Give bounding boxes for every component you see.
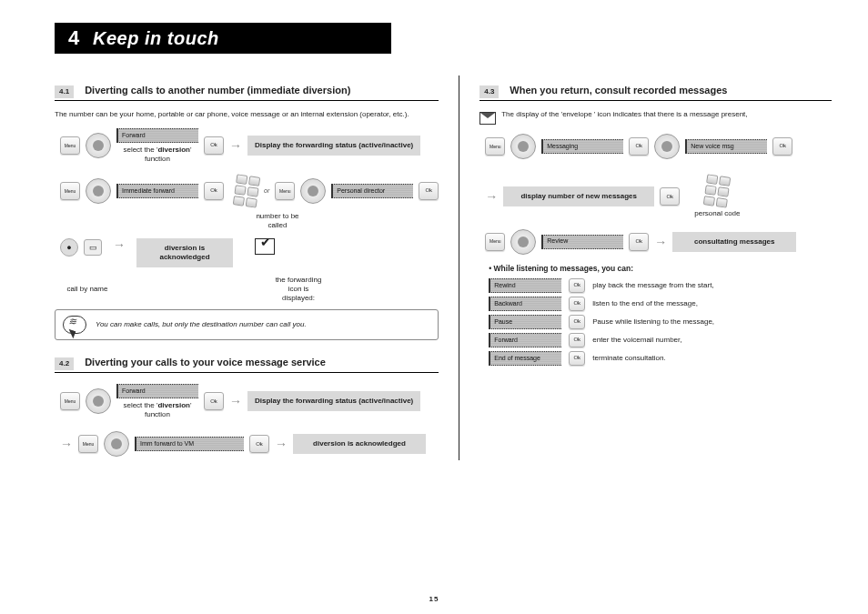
chapter-title: Keep in touch <box>93 28 219 49</box>
tip-text: You can make calls, but only the destina… <box>96 320 307 329</box>
page-number: 15 <box>0 595 868 603</box>
ack-box: diversion is acknowledged <box>136 238 233 267</box>
status-box: Display the forwarding status (active/in… <box>247 391 420 411</box>
ok-button-icon <box>629 233 649 251</box>
ok-button-icon <box>204 392 224 410</box>
speaker-icon: ● <box>60 238 78 257</box>
display-rewind: Rewind <box>489 278 561 293</box>
handset-icon: ▭ <box>84 239 102 256</box>
navigator-icon <box>300 178 326 204</box>
menu-button-icon <box>485 137 505 156</box>
ok-button-icon <box>772 137 792 156</box>
section-number: 4.3 <box>479 86 499 98</box>
menu-button-icon <box>60 136 80 155</box>
arrow-icon: → <box>60 438 73 450</box>
display-imm-fwd-vm: Imm forward to VM <box>135 437 244 451</box>
section-title: Diverting your calls to your voice messa… <box>85 357 326 369</box>
or-label: or <box>264 187 269 196</box>
arrow-icon: → <box>485 190 498 203</box>
msg-text: enter the voicemail number, <box>592 336 681 345</box>
menu-button-icon <box>78 435 98 453</box>
msg-row: Backward listen to the end of the messag… <box>489 297 832 311</box>
display-new-voice-msg: New voice msg <box>685 139 767 154</box>
menu-button-icon <box>60 392 80 410</box>
display-pause: Pause <box>489 315 561 329</box>
display-forward: Forward <box>116 128 198 143</box>
chapter-number: 4 <box>55 26 93 50</box>
caption-call-by-name: call by name <box>60 285 115 294</box>
new-messages-box: display number of new messages <box>503 186 654 206</box>
section-number: 4.2 <box>55 357 74 370</box>
section-41-heading: 4.1 Diverting calls to another number (i… <box>55 85 439 101</box>
caption-number-called: number to be called <box>246 212 309 229</box>
ok-button-icon <box>249 435 269 453</box>
msg-text: play back the message from the start, <box>592 281 713 290</box>
ok-button-icon <box>569 333 585 347</box>
section-42-heading: 4.2 Diverting your calls to your voice m… <box>55 357 439 373</box>
display-forward: Forward <box>489 333 561 347</box>
keypad-icon <box>233 175 260 208</box>
navigator-icon <box>86 133 111 158</box>
ack-box: diversion is acknowledged <box>293 434 426 454</box>
arrow-icon: → <box>229 395 242 408</box>
ok-button-icon <box>569 315 585 329</box>
msg-row: Forward enter the voicemail number, <box>489 333 832 347</box>
menu-button-icon <box>275 182 295 200</box>
ok-button-icon <box>569 297 585 311</box>
display-personal-directory: Personal director <box>331 184 413 198</box>
arrow-icon: → <box>275 438 288 450</box>
section-41-intro: The number can be your home, portable or… <box>55 110 439 119</box>
status-box: Display the forwarding status (active/in… <box>247 136 420 156</box>
keypad-icon <box>703 174 731 207</box>
display-forward: Forward <box>116 384 198 398</box>
caption-fwd-icon: the forwarding icon is displayed: <box>262 276 335 302</box>
navigator-icon <box>510 229 536 255</box>
msg-row: Pause Pause while listening to the messa… <box>489 315 832 329</box>
menu-button-icon <box>485 233 505 251</box>
msg-row: End of message terminate consultation. <box>489 351 832 366</box>
msg-text: listen to the end of the message, <box>592 299 698 308</box>
msg-text: Pause while listening to the message, <box>592 317 714 327</box>
forwarding-flag-icon <box>255 238 275 255</box>
section-title: When you return, consult recorded messag… <box>510 85 727 97</box>
navigator-icon <box>86 178 111 204</box>
arrow-icon: → <box>113 238 126 251</box>
navigator-icon <box>510 134 536 159</box>
section-43-intro: The display of the 'envelope ' icon indi… <box>501 110 832 119</box>
ok-button-icon <box>204 182 224 200</box>
consulting-box: consultating messages <box>672 232 796 252</box>
msg-text: terminate consultation. <box>592 354 666 363</box>
display-immediate-forward: Immediate forward <box>116 184 198 198</box>
tip-box: You can make calls, but only the destina… <box>55 309 439 340</box>
display-review: Review <box>541 235 623 249</box>
display-backward: Backward <box>489 297 561 311</box>
section-43-heading: 4.3 When you return, consult recorded me… <box>479 85 832 101</box>
navigator-icon <box>104 431 129 457</box>
ok-button-icon <box>660 187 680 206</box>
ok-button-icon <box>569 351 585 366</box>
ok-button-icon <box>419 182 439 200</box>
speech-bubble-icon <box>63 316 86 334</box>
section-number: 4.1 <box>55 86 74 98</box>
caption-select-diversion: select the 'diversion' function <box>123 401 191 418</box>
arrow-icon: → <box>229 139 242 152</box>
display-messaging: Messaging <box>541 139 623 154</box>
section-title: Diverting calls to another number (immed… <box>85 85 350 97</box>
envelope-icon <box>479 112 496 125</box>
display-end-of-message: End of message <box>489 351 561 366</box>
ok-button-icon <box>204 136 224 155</box>
caption-select-diversion: select the 'diversion' function <box>123 146 191 163</box>
menu-button-icon <box>60 182 80 200</box>
while-listening-heading: • While listening to messages, you can: <box>489 264 832 274</box>
msg-row: Rewind play back the message from the st… <box>489 278 832 293</box>
navigator-icon <box>654 134 680 159</box>
ok-button-icon <box>629 137 649 156</box>
navigator-icon <box>86 388 111 414</box>
arrow-icon: → <box>654 236 667 248</box>
chapter-bar: 4 Keep in touch <box>55 23 391 54</box>
ok-button-icon <box>569 278 585 293</box>
caption-personal-code: personal code <box>694 209 740 218</box>
